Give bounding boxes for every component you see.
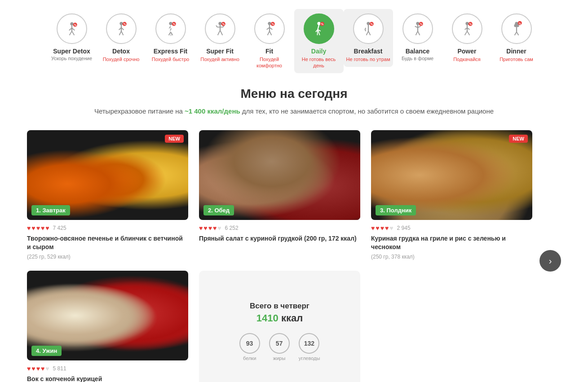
svg-text:%: % (321, 22, 323, 26)
dinner-title: Dinner (506, 48, 526, 55)
svg-line-5 (72, 31, 74, 35)
svg-text:3: 3 (170, 33, 172, 37)
heart-1-3: ♥ (36, 224, 40, 232)
svg-point-8 (119, 22, 123, 25)
total-kcal-num: 1410 (256, 312, 279, 324)
balance-desc: Будь в форме (402, 55, 433, 61)
meal-image-1: NEW 1. Завтрак (27, 130, 188, 220)
diet-item-power[interactable]: % Power Подкачайся (442, 9, 492, 67)
balance-title: Balance (406, 48, 430, 55)
macro-fat-label: жиры (273, 356, 286, 361)
total-label: Всего в четверг (250, 302, 309, 311)
heart-4-2: ♥ (31, 365, 35, 372)
diet-item-daily[interactable]: % Daily Не готовь весь день (294, 9, 344, 73)
heart-3-3: ♥ (380, 224, 384, 232)
total-kcal: 1410 ккал (256, 312, 303, 324)
svg-text:%: % (74, 23, 76, 26)
meal-label-1: 1. Завтрак (31, 205, 70, 215)
meal-new-badge-3: NEW (509, 135, 528, 143)
meal-info-2: ♥ ♥ ♥ ♥ ♥ 6 252 Пряный салат с куриной г… (199, 220, 360, 245)
total-kcal-unit: ккал (279, 312, 303, 324)
diet-item-fit[interactable]: % Fit Похудей комфортно (245, 9, 294, 73)
heart-1-5: ♥ (45, 224, 49, 232)
menu-subtitle-text2: для тех, кто не занимается спортом, но з… (240, 107, 494, 115)
svg-line-13 (121, 31, 124, 35)
express-fit-subtitle: Похудей быстро (152, 56, 189, 62)
macro-carbs-label: углеводы (299, 356, 320, 361)
daily-subtitle: Не готовь весь день (297, 56, 341, 69)
diet-item-balance[interactable]: % Balance Будь в форме (393, 9, 442, 66)
meal-grid-wrapper: NEW 1. Завтрак ♥ ♥ ♥ ♥ ♥ 7 425 Т (27, 130, 561, 382)
daily-icon-circle: % (304, 13, 334, 44)
breakfast-icon: % (360, 21, 376, 37)
svg-line-49 (366, 31, 368, 35)
svg-point-47 (367, 22, 370, 25)
meal-info-4: ♥ ♥ ♥ ♥ ♥ 5 811 Вок с копченой курицей (… (27, 360, 188, 382)
svg-text:%: % (271, 22, 274, 26)
meal-hearts-1: ♥ ♥ ♥ ♥ ♥ (27, 224, 49, 232)
menu-subtitle: Четырехразовое питание на ~1 400 ккал/де… (27, 106, 561, 117)
meal-new-badge-1: NEW (165, 135, 184, 143)
heart-1-1: ♥ (27, 224, 31, 232)
svg-line-63 (464, 31, 467, 35)
svg-line-12 (119, 31, 121, 35)
super-fit-subtitle: Похудей активно (200, 56, 239, 62)
diet-item-breakfast[interactable]: % Breakfast Не готовь по утрам (344, 9, 393, 67)
main-content: Меню на сегодня Четырехразовое питание н… (0, 78, 588, 382)
svg-line-69 (514, 32, 517, 35)
heart-1-4: ♥ (41, 224, 44, 232)
daily-title: Daily (311, 48, 326, 55)
macro-fat: 57 жиры (269, 333, 290, 361)
svg-text:%: % (518, 22, 521, 25)
svg-line-27 (216, 26, 217, 27)
fit-icon-circle: % (254, 13, 285, 44)
meal-rating-row-2: ♥ ♥ ♥ ♥ ♥ 6 252 (199, 224, 360, 232)
svg-point-16 (169, 22, 172, 25)
svg-text:%: % (370, 22, 373, 26)
heart-4-5: ♥ (45, 365, 49, 372)
meal-name-4: Вок с копченой курицей (27, 375, 188, 382)
meal-grid: NEW 1. Завтрак ♥ ♥ ♥ ♥ ♥ 7 425 Т (27, 130, 532, 382)
macro-fat-circle: 57 (269, 333, 290, 354)
super-fit-icon: % (212, 21, 228, 37)
svg-line-26 (220, 31, 222, 35)
detox-icon-circle: % (106, 13, 137, 44)
svg-text:%: % (123, 22, 126, 26)
fit-icon: % (261, 21, 278, 37)
svg-line-36 (270, 31, 272, 35)
meal-rating-count-2: 6 252 (225, 225, 239, 231)
heart-2-2: ♥ (203, 224, 207, 232)
macro-protein-circle: 93 (239, 333, 260, 354)
detox-icon: % (113, 21, 129, 37)
menu-subtitle-highlight: ~1 400 ккал/день (185, 107, 240, 115)
meal-rating-count-4: 5 811 (53, 365, 66, 372)
diet-item-super-fit[interactable]: % Super Fit Похудей активно (195, 9, 245, 67)
meal-hearts-3: ♥ ♥ ♥ ♥ ♥ (371, 224, 393, 232)
meal-hearts-4: ♥ ♥ ♥ ♥ ♥ (27, 365, 49, 372)
diet-item-detox[interactable]: % Detox Похудей срочно (97, 9, 146, 67)
breakfast-title: Breakfast (354, 48, 383, 55)
macro-carbs-circle: 132 (299, 333, 319, 354)
svg-line-50 (368, 31, 371, 35)
detox-subtitle: Похудей срочно (103, 56, 140, 62)
meal-label-3: 3. Полдник (376, 205, 416, 215)
diet-item-super-detox[interactable]: % Super Detox Ускорь похудение (47, 9, 97, 66)
diet-nav: % Super Detox Ускорь похудение % Detox П… (0, 0, 588, 78)
balance-icon: % (410, 21, 426, 37)
heart-3-4: ♥ (385, 224, 389, 232)
diet-item-express-fit[interactable]: % 3 Express Fit Похудей быстро (146, 9, 195, 67)
fit-subtitle: Похудей комфортно (248, 56, 292, 69)
meal-name-2: Пряный салат с куриной грудкой (200 гр, … (199, 234, 360, 243)
svg-line-58 (418, 31, 420, 35)
meal-image-4: 4. Ужин (27, 271, 188, 360)
meal-card-4: 4. Ужин ♥ ♥ ♥ ♥ ♥ 5 811 Вок с копченой к… (27, 271, 188, 382)
meal-card-2: 2. Обед ♥ ♥ ♥ ♥ ♥ 6 252 Пряный салат с к… (199, 130, 360, 260)
meal-card-1: NEW 1. Завтрак ♥ ♥ ♥ ♥ ♥ 7 425 Т (27, 130, 188, 260)
next-button[interactable]: › (539, 250, 561, 272)
meal-meta-1: (225 гр, 529 ккал) (27, 254, 188, 260)
meal-name-3: Куриная грудка на гриле и рис с зеленью … (371, 234, 532, 252)
meal-rating-row-1: ♥ ♥ ♥ ♥ ♥ 7 425 (27, 224, 188, 232)
dinner-icon: % (508, 21, 525, 37)
diet-item-dinner[interactable]: % Dinner Приготовь сам (492, 9, 541, 67)
svg-line-57 (416, 31, 418, 35)
